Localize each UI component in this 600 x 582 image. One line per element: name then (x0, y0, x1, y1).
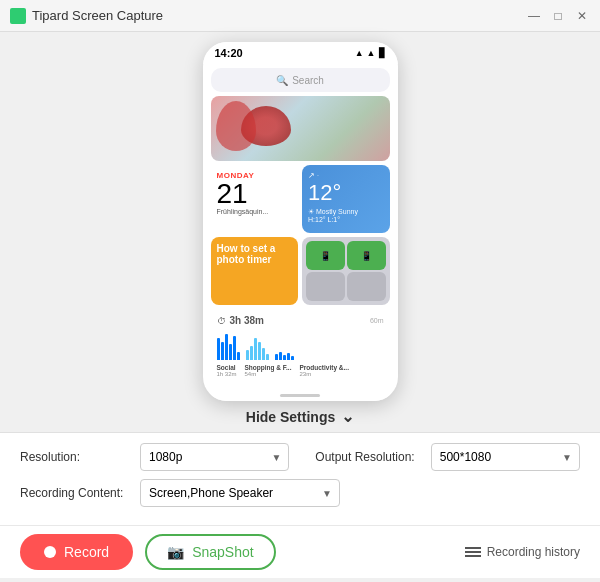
calendar-date: 21 (217, 180, 293, 208)
search-icon: 🔍 (276, 75, 288, 86)
record-dot-icon (44, 546, 56, 558)
recording-history-label: Recording history (487, 545, 580, 559)
phone-status-bar: 14:20 ▲ ▲ ▊ (203, 42, 398, 64)
maximize-button[interactable]: □ (550, 8, 566, 24)
output-resolution-label: Output Resolution: (315, 450, 414, 464)
ctrl-btn-4 (347, 272, 386, 301)
resolution-label: Resolution: (20, 450, 130, 464)
phone-mockup: 14:20 ▲ ▲ ▊ 🔍 Search MONDAY 21 Frühlings… (203, 42, 398, 401)
ctrl-btn-2: 📱 (347, 241, 386, 270)
main-content: 14:20 ▲ ▲ ▊ 🔍 Search MONDAY 21 Frühlings… (0, 32, 600, 432)
action-buttons: Record 📷 SnapShot (20, 534, 276, 570)
screentime-chart (217, 330, 384, 360)
resolution-select-wrapper[interactable]: 1080p 720p 480p ▼ (140, 443, 289, 471)
weather-icon: ↗· (308, 171, 384, 180)
screentime-duration: 3h 38m (230, 315, 264, 326)
search-text: Search (292, 75, 324, 86)
recording-history-button[interactable]: Recording history (465, 545, 580, 559)
photo-tip-text: How to set a photo timer (217, 243, 276, 265)
title-bar: Tipard Screen Capture — □ ✕ (0, 0, 600, 32)
app-title: Tipard Screen Capture (32, 8, 163, 23)
recording-content-label: Recording Content: (20, 486, 130, 500)
app-logo (10, 8, 26, 24)
phone-bottom-strip (211, 385, 390, 401)
recording-content-select[interactable]: Screen,Phone Speaker Screen Only (140, 479, 340, 507)
resolution-row: Resolution: 1080p 720p 480p ▼ Output Res… (20, 443, 580, 471)
screentime-labels: Social 1h 32m Shopping & F... 54m Produc… (217, 364, 384, 377)
controls-widget: 📱 📱 (302, 237, 390, 305)
phone-photo-strip (211, 96, 390, 161)
settings-panel: Resolution: 1080p 720p 480p ▼ Output Res… (0, 432, 600, 525)
minimize-button[interactable]: — (526, 8, 542, 24)
window-controls: — □ ✕ (526, 8, 590, 24)
camera-icon: 📷 (167, 544, 184, 560)
weather-widget: ↗· 12° ☀ Mostly Sunny H:12° L:1° (302, 165, 390, 233)
hide-settings-bar[interactable]: Hide Settings ⌄ (0, 401, 600, 432)
phone-time: 14:20 (215, 47, 243, 59)
snapshot-label: SnapShot (192, 544, 254, 560)
screentime-widget: ⏱ 3h 38m 60m (211, 309, 390, 381)
signal-icon: ▲ (355, 48, 364, 58)
snapshot-button[interactable]: 📷 SnapShot (145, 534, 276, 570)
output-resolution-select-wrapper[interactable]: 500*1080 1080*1920 ▼ (431, 443, 580, 471)
menu-icon (465, 547, 481, 557)
chevron-down-icon: ⌄ (341, 407, 354, 426)
record-button[interactable]: Record (20, 534, 133, 570)
phone-widgets: MONDAY 21 Frühlingsäquin... ↗· 12° ☀ Mos… (211, 165, 390, 305)
recording-content-row: Recording Content: Screen,Phone Speaker … (20, 479, 580, 507)
wifi-icon: ▲ (367, 48, 376, 58)
screentime-scale: 60m (370, 317, 384, 324)
phone-search-bar: 🔍 Search (211, 68, 390, 92)
screentime-icon: ⏱ (217, 316, 226, 326)
resolution-select[interactable]: 1080p 720p 480p (140, 443, 289, 471)
hide-settings-label: Hide Settings (246, 409, 335, 425)
action-bar: Record 📷 SnapShot Recording history (0, 525, 600, 578)
phone-status-icons: ▲ ▲ ▊ (355, 48, 386, 58)
photo-tip-widget: How to set a photo timer (211, 237, 299, 305)
calendar-sub: Frühlingsäquin... (217, 208, 293, 215)
output-resolution-select[interactable]: 500*1080 1080*1920 (431, 443, 580, 471)
close-button[interactable]: ✕ (574, 8, 590, 24)
ctrl-btn-1: 📱 (306, 241, 345, 270)
ctrl-btn-3 (306, 272, 345, 301)
weather-temp: 12° (308, 180, 384, 206)
record-label: Record (64, 544, 109, 560)
recording-content-select-wrapper[interactable]: Screen,Phone Speaker Screen Only ▼ (140, 479, 340, 507)
calendar-widget: MONDAY 21 Frühlingsäquin... (211, 165, 299, 233)
weather-condition: ☀ Mostly Sunny H:12° L:1° (308, 208, 384, 223)
battery-icon: ▊ (379, 48, 386, 58)
